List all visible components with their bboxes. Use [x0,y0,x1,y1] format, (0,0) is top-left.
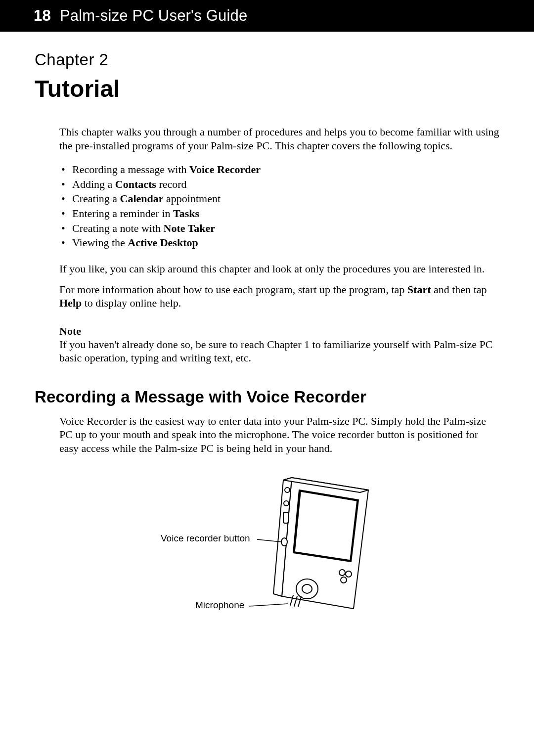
svg-rect-7 [283,512,288,523]
svg-point-12 [346,571,352,577]
svg-point-6 [284,501,289,506]
svg-point-11 [339,570,345,576]
note-body: If you haven't already done so, be sure … [59,338,499,365]
topic-item: Recording a message with Voice Recorder [59,162,499,177]
svg-point-10 [302,584,312,593]
section-paragraph: Voice Recorder is the easiest way to ent… [59,414,499,455]
svg-point-13 [341,577,347,583]
intro-block: This chapter walks you through a number … [35,125,499,365]
topic-item: Creating a note with Note Taker [59,221,499,236]
book-title: Palm-size PC User's Guide [60,7,248,24]
callout-voice-recorder: Voice recorder button [161,533,250,543]
page-number: 18 [34,7,51,24]
topic-item: Entering a reminder in Tasks [59,206,499,221]
svg-point-8 [281,538,287,546]
chapter-title: Tutorial [35,75,499,102]
device-figure: Voice recorder button Microphone [59,468,499,631]
callout-microphone: Microphone [195,600,244,610]
more-info-paragraph: For more information about how to use ea… [59,283,499,310]
topic-item: Viewing the Active Desktop [59,235,499,250]
intro-paragraph: This chapter walks you through a number … [59,125,499,152]
device-illustration-icon: Voice recorder button Microphone [161,468,398,631]
svg-line-18 [249,604,288,606]
svg-marker-4 [295,491,357,560]
page-content: Chapter 2 Tutorial This chapter walks yo… [0,32,534,661]
note-heading: Note [59,325,499,338]
section-heading: Recording a Message with Voice Recorder [35,388,499,406]
chapter-label: Chapter 2 [35,50,499,69]
topics-list: Recording a message with Voice Recorder … [59,162,499,250]
svg-point-5 [285,488,290,492]
section-body: Voice Recorder is the easiest way to ent… [35,414,499,631]
topic-item: Adding a Contacts record [59,177,499,192]
running-header: 18Palm-size PC User's Guide [0,0,534,32]
topic-item: Creating a Calendar appointment [59,191,499,206]
skip-paragraph: If you like, you can skip around this ch… [59,262,499,276]
